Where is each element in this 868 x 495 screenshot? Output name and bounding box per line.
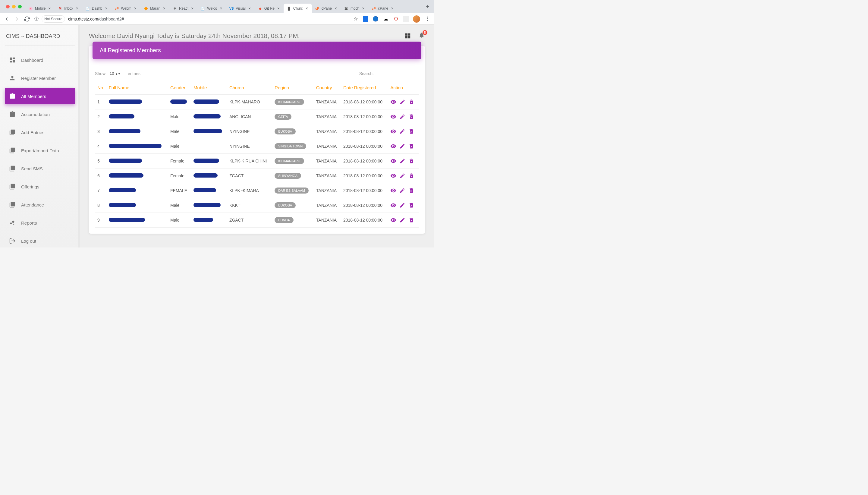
- edit-icon[interactable]: [399, 114, 405, 120]
- browser-tab[interactable]: 🔶Maran×: [140, 4, 169, 13]
- column-header[interactable]: Action: [388, 81, 419, 95]
- delete-icon[interactable]: [409, 188, 414, 193]
- delete-icon[interactable]: [409, 173, 414, 179]
- browser-tab[interactable]: cPcPane×: [368, 4, 397, 13]
- column-header[interactable]: Country: [314, 81, 341, 95]
- delete-icon[interactable]: [409, 217, 414, 223]
- close-tab-icon[interactable]: ×: [305, 6, 309, 11]
- close-tab-icon[interactable]: ×: [276, 6, 281, 11]
- minimize-window-button[interactable]: [12, 5, 16, 8]
- column-header[interactable]: Region: [272, 81, 314, 95]
- search-input[interactable]: [377, 70, 419, 77]
- svg-point-4: [10, 222, 12, 224]
- view-icon[interactable]: [390, 129, 396, 134]
- svg-rect-7: [405, 33, 407, 36]
- bookmark-icon[interactable]: ☆: [353, 16, 359, 22]
- extension-icon-3[interactable]: ☁: [383, 16, 389, 22]
- notifications-button[interactable]: 5: [418, 32, 425, 40]
- extension-icon-2[interactable]: 🔵: [372, 16, 379, 22]
- edit-icon[interactable]: [399, 129, 405, 134]
- reload-button[interactable]: [24, 16, 30, 22]
- delete-icon[interactable]: [409, 99, 414, 105]
- column-header[interactable]: Gender: [168, 81, 191, 95]
- column-header[interactable]: Mobile: [191, 81, 227, 95]
- edit-icon[interactable]: [399, 143, 405, 149]
- view-icon[interactable]: [390, 188, 396, 193]
- column-header[interactable]: Date Registered: [341, 81, 388, 95]
- browser-menu-icon[interactable]: [424, 16, 430, 22]
- view-icon[interactable]: [390, 99, 396, 105]
- browser-tab[interactable]: ⚛React×: [169, 4, 197, 13]
- security-indicator[interactable]: Not Secure: [41, 15, 65, 23]
- new-tab-button[interactable]: +: [423, 1, 432, 12]
- view-icon[interactable]: [390, 173, 396, 179]
- profile-avatar[interactable]: [413, 15, 420, 23]
- close-tab-icon[interactable]: ×: [75, 6, 79, 11]
- close-tab-icon[interactable]: ×: [47, 6, 52, 11]
- edit-icon[interactable]: [399, 158, 405, 164]
- sidebar-item-accomodation[interactable]: Accomodation: [5, 106, 75, 122]
- browser-tab[interactable]: MInbox×: [55, 4, 82, 13]
- region-badge: KILIMANJARO: [275, 99, 304, 105]
- edit-icon[interactable]: [399, 202, 405, 208]
- close-tab-icon[interactable]: ×: [334, 6, 338, 11]
- library-icon: [9, 165, 16, 172]
- browser-tab[interactable]: 📄Welco×: [197, 4, 226, 13]
- column-header[interactable]: No: [95, 81, 106, 95]
- delete-icon[interactable]: [409, 129, 414, 134]
- browser-tab[interactable]: ◆Git Re×: [255, 4, 283, 13]
- extension-icon-5[interactable]: [403, 16, 409, 22]
- back-button[interactable]: [4, 16, 10, 22]
- sidebar-item-offerings[interactable]: Offerings: [5, 178, 75, 195]
- edit-icon[interactable]: [399, 99, 405, 105]
- close-tab-icon[interactable]: ×: [162, 6, 167, 11]
- entries-select[interactable]: 10 ▲▼: [108, 70, 125, 77]
- sidebar-item-dashboard[interactable]: Dashboard: [5, 52, 75, 68]
- edit-icon[interactable]: [399, 188, 405, 193]
- close-tab-icon[interactable]: ×: [247, 6, 251, 11]
- sidebar-item-export-import-data[interactable]: Export/Import Data: [5, 142, 75, 158]
- close-tab-icon[interactable]: ×: [361, 6, 365, 11]
- apps-grid-icon[interactable]: [404, 33, 411, 39]
- browser-tab[interactable]: cPWebm×: [111, 4, 140, 13]
- column-header[interactable]: Full Name: [106, 81, 168, 95]
- sidebar-item-log-out[interactable]: Log out: [5, 233, 75, 248]
- maximize-window-button[interactable]: [18, 5, 22, 8]
- sidebar-item-attendance[interactable]: Attendance: [5, 197, 75, 213]
- close-tab-icon[interactable]: ×: [104, 6, 108, 11]
- view-icon[interactable]: [390, 143, 396, 149]
- browser-tab[interactable]: 🏛moch×: [341, 4, 368, 13]
- delete-icon[interactable]: [409, 114, 414, 120]
- close-window-button[interactable]: [6, 5, 10, 8]
- view-icon[interactable]: [390, 114, 396, 120]
- view-icon[interactable]: [390, 158, 396, 164]
- delete-icon[interactable]: [409, 158, 414, 164]
- view-icon[interactable]: [390, 217, 396, 223]
- close-tab-icon[interactable]: ×: [133, 6, 137, 11]
- sidebar-item-send-sms[interactable]: Send SMS: [5, 160, 75, 177]
- browser-tab[interactable]: VSVisual×: [226, 4, 254, 13]
- close-tab-icon[interactable]: ×: [390, 6, 394, 11]
- edit-icon[interactable]: [399, 173, 405, 179]
- browser-tab[interactable]: cPcPane×: [312, 4, 341, 13]
- sidebar-item-add-entries[interactable]: Add Entries: [5, 124, 75, 140]
- browser-tab[interactable]: ▐▌Churc×: [283, 4, 312, 13]
- sidebar-item-reports[interactable]: Reports: [5, 215, 75, 231]
- browser-tab[interactable]: 📄Dashb×: [82, 4, 111, 13]
- sidebar-item-label: Export/Import Data: [21, 148, 59, 153]
- close-tab-icon[interactable]: ×: [219, 6, 223, 11]
- browser-tab[interactable]: 🌸Mobile×: [25, 4, 55, 13]
- extension-icon-1[interactable]: [363, 16, 368, 22]
- sidebar-item-register-member[interactable]: Register Member: [5, 70, 75, 86]
- view-icon[interactable]: [390, 202, 396, 208]
- forward-button[interactable]: [14, 16, 20, 22]
- url-field[interactable]: ⓘ Not Secure cims.dtcstz.com/dashboard2#: [34, 15, 348, 23]
- delete-icon[interactable]: [409, 202, 414, 208]
- extension-icon-4[interactable]: O: [393, 16, 399, 22]
- column-header[interactable]: Church: [227, 81, 272, 95]
- delete-icon[interactable]: [409, 143, 414, 149]
- members-card: All Registered Members Show 10 ▲▼ entrie…: [89, 46, 425, 234]
- sidebar-item-all-members[interactable]: All Members: [5, 88, 75, 104]
- close-tab-icon[interactable]: ×: [190, 6, 194, 11]
- edit-icon[interactable]: [399, 217, 405, 223]
